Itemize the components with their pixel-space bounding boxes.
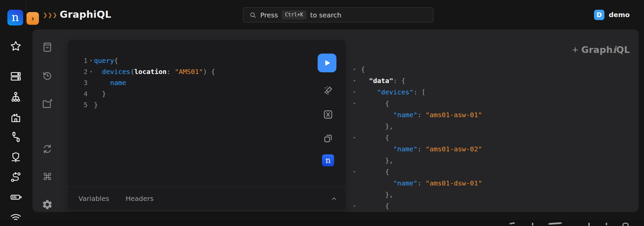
execute-query-button[interactable] (318, 54, 336, 72)
tab-headers[interactable]: Headers (125, 195, 153, 203)
response-line: }, (351, 189, 482, 200)
query-editor-panel: 1▾query{2▾ devices(location: "AMS01") {3… (67, 40, 346, 210)
search-suffix: to search (310, 11, 341, 19)
fold-arrow-icon (351, 177, 361, 189)
breadcrumb-chevrons: ❯❯❯ (43, 0, 57, 29)
sidebar-item-route[interactable] (10, 171, 22, 183)
play-icon (322, 58, 332, 68)
copy-icon (322, 133, 334, 144)
avatar: D (594, 10, 604, 20)
tab-variables[interactable]: Variables (78, 195, 109, 203)
add-tab-button[interactable]: + (570, 44, 581, 56)
line-number: 2 (67, 66, 88, 77)
sidebar-item-battery[interactable] (10, 191, 22, 203)
sidebar-item-cables[interactable] (10, 131, 22, 143)
fold-arrow-icon[interactable]: ▾ (88, 66, 94, 77)
cables-icon (10, 131, 22, 143)
fold-arrow-icon[interactable]: ▾ (351, 98, 361, 109)
hierarchy-icon (10, 91, 22, 103)
graphiql-logo-i: i (613, 45, 616, 55)
tool-docs-button[interactable] (42, 42, 53, 53)
response-pane[interactable]: ▾{▾ "data": {▾ "devices": [▾ { "name": "… (351, 64, 482, 212)
footer-partial-glyph (606, 223, 607, 225)
nautobot-logo-letter: n (12, 11, 19, 23)
sidebar-toggle-button[interactable]: › (26, 12, 39, 25)
sidebar-item-devices[interactable] (10, 70, 22, 82)
chevron-right-icon: ❯ (48, 12, 52, 18)
refetch-icon (42, 143, 53, 155)
username: demo (609, 11, 630, 19)
sidebar-item-building[interactable] (10, 111, 22, 123)
footer-partial-glyph (509, 222, 515, 225)
graphiql-session: ⌘ + GraphiQL 1▾query{2▾ devices(location… (33, 29, 639, 212)
prettify-query-button[interactable] (322, 85, 334, 96)
copy-query-button[interactable] (322, 133, 334, 144)
response-line: }, (351, 121, 482, 132)
nautobot-logo[interactable]: n (7, 10, 23, 25)
tool-folder-plus-button[interactable] (42, 98, 53, 109)
collapse-editor-tools-button[interactable] (330, 194, 338, 203)
tool-refetch-button[interactable] (42, 143, 53, 155)
nautobot-queries-button[interactable]: n (322, 154, 334, 166)
history-icon (42, 70, 53, 82)
response-line: }, (351, 155, 482, 166)
folder-plus-icon (42, 98, 53, 109)
merge-fragments-button[interactable] (322, 109, 334, 120)
editor-footer: VariablesHeaders (67, 186, 346, 210)
response-line: "name": "ams01-dsw-01" (351, 177, 482, 189)
sidebar-item-hierarchy[interactable] (10, 91, 22, 103)
chevron-up-icon (330, 194, 338, 203)
merge-icon (322, 109, 334, 120)
response-line: ▾{ (351, 64, 482, 75)
page: n › ❯❯❯ GraphiQL Press Ctrl+K to search … (0, 0, 644, 226)
fold-arrow-icon[interactable]: ▾ (88, 55, 94, 66)
search-input[interactable]: Press Ctrl+K to search (243, 7, 433, 22)
prettify-icon (322, 85, 334, 96)
response-line: ▾ { (351, 132, 482, 143)
fold-arrow-icon (351, 143, 361, 155)
query-editor[interactable]: 1▾query{2▾ devices(location: "AMS01") {3… (67, 40, 316, 110)
sidebar-item-shield-network[interactable] (10, 151, 22, 163)
code-line: 3 name (67, 77, 316, 88)
fold-arrow-icon[interactable]: ▾ (351, 200, 361, 212)
route-icon (10, 171, 22, 183)
fold-arrow-icon (351, 121, 361, 132)
fold-arrow-icon[interactable]: ▾ (351, 64, 361, 75)
shield-network-icon (10, 151, 22, 163)
response-line: "name": "ams01-asw-02" (351, 143, 482, 155)
fold-arrow-icon[interactable]: ▾ (351, 132, 361, 143)
header: n › ❯❯❯ GraphiQL Press Ctrl+K to search … (0, 0, 644, 29)
fold-arrow-icon (351, 155, 361, 166)
fold-arrow-icon (88, 88, 94, 99)
graphiql-logo-prefix: Graph (581, 45, 613, 55)
line-number: 5 (67, 99, 88, 110)
footer-partial-glyph (623, 223, 629, 226)
battery-icon (10, 191, 22, 203)
fold-arrow-icon (88, 99, 94, 110)
response-line: "name": "ams01-asw-01" (351, 109, 482, 121)
fold-arrow-icon[interactable]: ▾ (351, 75, 361, 86)
docs-icon (42, 42, 53, 53)
fold-arrow-icon (351, 109, 361, 121)
response-line: ▾ { (351, 166, 482, 177)
tool-settings-gear-button[interactable] (42, 199, 53, 210)
sidebar-item-star[interactable] (10, 40, 22, 52)
footer-partial-glyph (532, 223, 533, 226)
fold-arrow-icon[interactable]: ▾ (351, 166, 361, 177)
user-menu[interactable]: D demo (594, 0, 630, 29)
line-number: 4 (67, 88, 88, 99)
code-line: 5} (67, 99, 316, 110)
line-number: 1 (67, 55, 88, 66)
code-line: 1▾query{ (67, 55, 316, 66)
settings-gear-icon (42, 199, 53, 210)
tool-history-button[interactable] (42, 70, 53, 82)
devices-icon (10, 70, 22, 82)
fold-arrow-icon (351, 189, 361, 200)
code-line: 4 } (67, 88, 316, 99)
search-prefix: Press (260, 11, 278, 19)
ctrl-k-keycap: Ctrl+K (282, 10, 307, 19)
tool-shortcut-keys-button[interactable]: ⌘ (42, 171, 53, 182)
fold-arrow-icon[interactable]: ▾ (351, 86, 361, 98)
search-icon (249, 11, 257, 19)
footer-partial-glyph (588, 223, 590, 226)
